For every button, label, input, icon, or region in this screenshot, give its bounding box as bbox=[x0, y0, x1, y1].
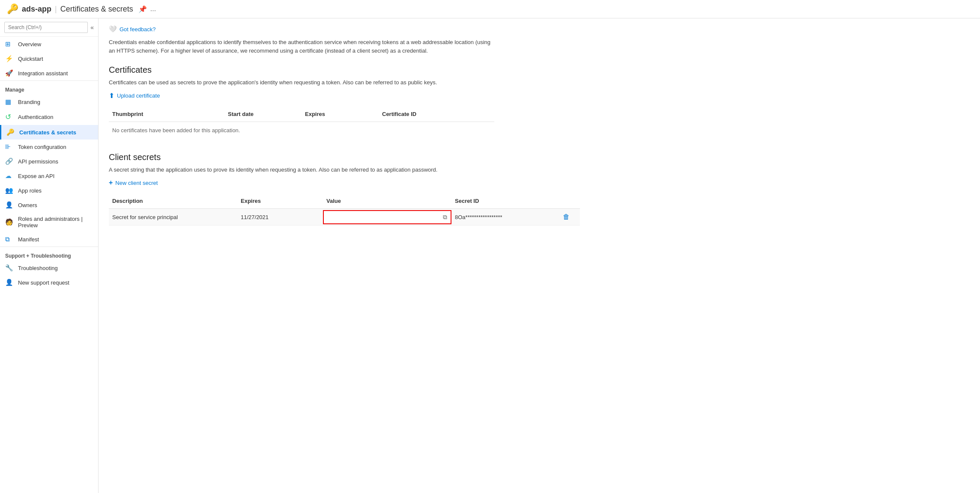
main-layout: « ⊞ Overview ⚡ Quickstart 🚀 Integration … bbox=[0, 18, 980, 493]
sidebar-item-authentication[interactable]: ↺ Authentication bbox=[0, 109, 98, 125]
sidebar-item-integration[interactable]: 🚀 Integration assistant bbox=[0, 66, 98, 80]
sidebar-item-certificates[interactable]: 🔑 Certificates & secrets bbox=[0, 125, 98, 140]
token-icon: ⊪ bbox=[5, 143, 14, 151]
expose-api-icon: ☁ bbox=[5, 172, 14, 180]
certificates-table-header: Thumbprint Start date Expires Certificat… bbox=[109, 107, 494, 122]
sidebar-item-roles-admin[interactable]: 🧑 Roles and administrators | Preview bbox=[0, 212, 98, 232]
client-secrets-section: Client secrets A secret string that the … bbox=[109, 152, 970, 226]
app-roles-icon: 👥 bbox=[5, 187, 14, 194]
sidebar-item-label: Quickstart bbox=[18, 56, 43, 62]
overview-icon: ⊞ bbox=[5, 40, 14, 48]
delete-icon[interactable]: 🗑 bbox=[563, 213, 577, 221]
sidebar-item-branding[interactable]: ▦ Branding bbox=[0, 95, 98, 109]
sidebar-item-label: New support request bbox=[18, 279, 69, 286]
col-thumbprint: Thumbprint bbox=[109, 109, 224, 119]
heart-icon: 🤍 bbox=[109, 25, 117, 33]
col-expires: Expires bbox=[302, 109, 379, 119]
sidebar-item-label: Certificates & secrets bbox=[19, 129, 76, 136]
certificates-section-title: Certificates bbox=[109, 65, 970, 75]
sidebar-item-label: App roles bbox=[18, 187, 42, 194]
secret-expires: 11/27/2021 bbox=[237, 210, 323, 225]
pin-icon[interactable]: 📌 bbox=[138, 5, 147, 13]
page-title: Certificates & secrets bbox=[60, 5, 133, 14]
sidebar-item-token[interactable]: ⊪ Token configuration bbox=[0, 140, 98, 154]
sidebar-item-owners[interactable]: 👤 Owners bbox=[0, 198, 98, 212]
sidebar-item-troubleshooting[interactable]: 🔧 Troubleshooting bbox=[0, 261, 98, 275]
support-section-label: Support + Troubleshooting bbox=[0, 246, 98, 261]
sidebar-item-label: Integration assistant bbox=[18, 70, 68, 77]
client-secrets-desc: A secret string that the application use… bbox=[109, 166, 494, 173]
upload-certificate-button[interactable]: ⬆ Upload certificate bbox=[109, 92, 970, 100]
sidebar-item-label: Overview bbox=[18, 41, 41, 48]
sidebar-item-label: Owners bbox=[18, 202, 37, 208]
new-client-secret-button[interactable]: + New client secret bbox=[109, 179, 970, 187]
upload-icon: ⬆ bbox=[109, 92, 114, 100]
roles-admin-icon: 🧑 bbox=[5, 218, 14, 226]
col-value: Value bbox=[323, 196, 451, 206]
main-content: 🤍 Got feedback? Credentials enable confi… bbox=[99, 18, 980, 493]
col-certificate-id: Certificate ID bbox=[379, 109, 494, 119]
secret-value-cell: ⧉ bbox=[323, 210, 451, 224]
sidebar-item-label: Token configuration bbox=[18, 144, 66, 150]
integration-icon: 🚀 bbox=[5, 69, 14, 77]
certificates-section-desc: Certificates can be used as secrets to p… bbox=[109, 79, 494, 86]
feedback-label: Got feedback? bbox=[120, 26, 156, 33]
sidebar-search-container: « bbox=[0, 18, 98, 37]
sidebar-item-label: Expose an API bbox=[18, 173, 54, 179]
new-secret-label: New client secret bbox=[115, 180, 158, 186]
sidebar-item-label: Troubleshooting bbox=[18, 265, 58, 271]
secret-description: Secret for service principal bbox=[109, 210, 237, 225]
table-row: Secret for service principal 11/27/2021 … bbox=[109, 209, 580, 226]
troubleshooting-icon: 🔧 bbox=[5, 264, 14, 272]
sidebar-item-app-roles[interactable]: 👥 App roles bbox=[0, 183, 98, 198]
sidebar-item-label: Roles and administrators | Preview bbox=[18, 216, 93, 229]
sidebar-item-expose-api[interactable]: ☁ Expose an API bbox=[0, 169, 98, 183]
api-permissions-icon: 🔗 bbox=[5, 157, 14, 165]
sidebar: « ⊞ Overview ⚡ Quickstart 🚀 Integration … bbox=[0, 18, 99, 493]
sidebar-item-label: Manifest bbox=[18, 236, 39, 243]
sidebar-item-overview[interactable]: ⊞ Overview bbox=[0, 37, 98, 51]
upload-certificate-label: Upload certificate bbox=[117, 92, 160, 99]
quickstart-icon: ⚡ bbox=[5, 55, 14, 62]
sidebar-item-api-permissions[interactable]: 🔗 API permissions bbox=[0, 154, 98, 169]
owners-icon: 👤 bbox=[5, 201, 14, 209]
authentication-icon: ↺ bbox=[5, 113, 14, 122]
col-description: Description bbox=[109, 196, 237, 206]
secrets-table-header: Description Expires Value Secret ID bbox=[109, 193, 580, 209]
client-secrets-title: Client secrets bbox=[109, 152, 970, 162]
sidebar-item-label: API permissions bbox=[18, 158, 58, 165]
search-input[interactable] bbox=[4, 22, 88, 33]
app-name: ads-app bbox=[22, 5, 51, 14]
collapse-icon[interactable]: « bbox=[90, 24, 94, 31]
copy-icon[interactable]: ⧉ bbox=[443, 214, 447, 221]
sidebar-item-label: Authentication bbox=[18, 114, 53, 120]
certificates-icon: 🔑 bbox=[6, 128, 15, 136]
app-icon: 🔑 bbox=[7, 3, 18, 15]
intro-text: Credentials enable confidential applicat… bbox=[109, 38, 494, 55]
new-support-icon: 👤 bbox=[5, 279, 14, 286]
col-secret-id: Secret ID bbox=[451, 196, 580, 206]
feedback-bar[interactable]: 🤍 Got feedback? bbox=[109, 25, 970, 33]
col-start-date: Start date bbox=[224, 109, 302, 119]
sidebar-item-manifest[interactable]: ⧉ Manifest bbox=[0, 232, 98, 246]
secret-id: 8Oa***************** bbox=[455, 214, 502, 220]
more-icon[interactable]: ... bbox=[150, 5, 156, 13]
manifest-icon: ⧉ bbox=[5, 235, 14, 243]
header-divider: | bbox=[55, 5, 57, 14]
certificates-empty-message: No certificates have been added for this… bbox=[109, 122, 970, 139]
page-header: 🔑 ads-app | Certificates & secrets 📌 ... bbox=[0, 0, 980, 18]
plus-icon: + bbox=[109, 179, 113, 187]
sidebar-item-new-support[interactable]: 👤 New support request bbox=[0, 275, 98, 290]
sidebar-item-label: Branding bbox=[18, 99, 40, 105]
col-expires: Expires bbox=[237, 196, 323, 206]
sidebar-item-quickstart[interactable]: ⚡ Quickstart bbox=[0, 51, 98, 66]
manage-section-label: Manage bbox=[0, 80, 98, 95]
branding-icon: ▦ bbox=[5, 98, 14, 106]
